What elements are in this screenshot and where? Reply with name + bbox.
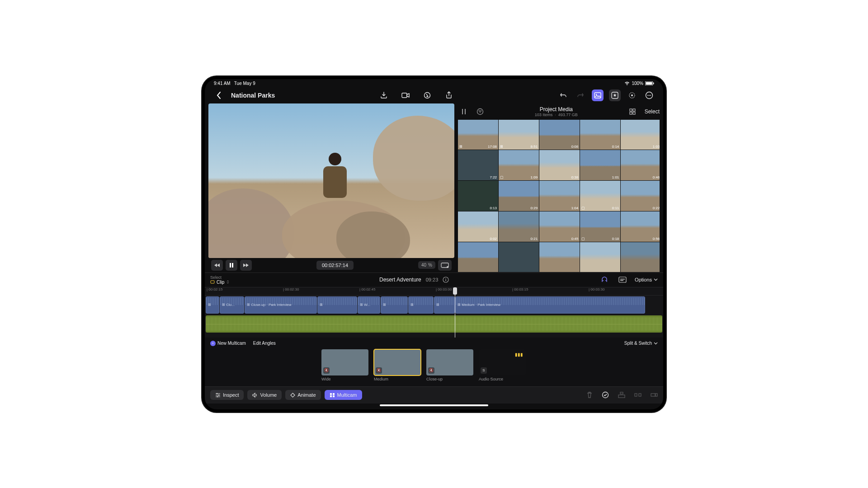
play-pause-button[interactable] [226,260,237,271]
timeline[interactable]: | 00:02:15| 00:02:30| 00:02:45| 00:03:00… [205,287,663,338]
sidebar-toggle-button[interactable] [458,106,470,117]
media-thumbnail[interactable]: 0:56 [621,211,660,242]
import-button[interactable] [378,89,390,101]
more-button[interactable] [643,89,655,101]
multicam-angle[interactable]: 🔇Close-up [426,349,473,381]
media-thumbnail[interactable]: 1:01 [580,150,620,180]
svg-rect-38 [333,395,335,397]
timeline-index-button[interactable] [617,274,628,286]
checkmark-circle-icon[interactable] [602,391,609,399]
media-thumbnail[interactable]: 0:45 [539,211,580,242]
select-button[interactable]: Select [645,108,660,115]
rewind-button[interactable] [211,260,223,271]
svg-rect-40 [618,395,625,398]
media-thumbnail[interactable] [499,242,539,272]
media-thumbnail[interactable]: 0:22 [621,181,660,211]
media-thumbnail[interactable]: ▢0:11 [580,181,620,211]
media-browser: Project Media 103 Items · 493.77 GB Sele… [455,103,663,272]
playhead[interactable] [455,287,455,338]
multicam-angles: 🔇Wide🔇Medium🔇Close-up▮▮▮SAudio Source [205,349,663,386]
media-thumbnail[interactable]: ▢0:18 [580,211,620,242]
top-nav: National Parks [205,87,663,103]
viewer-timecode[interactable]: 00:02:57:14 [316,261,354,270]
media-thumbnail[interactable]: 0:13 [458,181,498,211]
media-thumbnail[interactable]: 0:38 [539,150,580,180]
new-multicam-button[interactable]: +New Multicam [210,341,246,346]
timeline-clip[interactable]: ⊞ W... [358,296,380,314]
camera-button[interactable] [400,89,411,101]
chevron-down-icon [654,278,658,281]
thumbnail-grid: ⊞17:08⊞8:510:080:141:030:057:22▢1:090:38… [458,120,660,272]
back-button[interactable] [213,89,225,101]
timeline-clip[interactable]: ⊞ Close-up · Park Interview [245,296,317,314]
media-thumbnail[interactable]: 0:29 [499,181,539,211]
media-thumbnail[interactable]: ⊞17:08 [458,120,498,150]
timeline-options-button[interactable]: Options [635,277,658,282]
forward-button[interactable] [240,260,252,271]
multicam-angle[interactable]: ▮▮▮SAudio Source [479,349,526,381]
viewer-display-button[interactable] [438,260,452,271]
info-icon[interactable] [443,277,449,283]
timeline-clip[interactable]: ⊞ Medium · Park Interview [455,296,645,314]
multicam-angle[interactable]: 🔇Wide [321,349,368,381]
media-thumbnail[interactable] [621,242,660,272]
media-thumbnail[interactable]: 0:08 [539,120,580,150]
select-mode-button[interactable]: Clip [210,280,230,285]
sequence-duration: 09:23 [426,277,439,282]
timeline-clip[interactable]: ⊞ [434,296,455,314]
media-thumbnail[interactable] [539,242,580,272]
media-thumbnail[interactable]: 0:46 [621,150,660,180]
timeline-clip[interactable]: ⊞ [408,296,434,314]
multicam-button[interactable]: Multicam [325,390,362,400]
media-browser-button[interactable] [592,89,604,101]
settings-wheel-button[interactable] [626,89,638,101]
timeline-clip[interactable]: ⊞ [381,296,408,314]
media-thumbnail[interactable] [458,242,498,272]
svg-rect-25 [211,281,214,283]
media-thumbnail[interactable]: 1:04 [539,181,580,211]
multicam-panel: +New Multicam Edit Angles Split & Switch… [205,338,663,386]
timeline-clip[interactable]: ⊞ Clo... [220,296,244,314]
home-indicator[interactable] [205,404,663,407]
grid-view-button[interactable] [627,106,638,117]
timeline-ruler[interactable]: | 00:02:15| 00:02:30| 00:02:45| 00:03:00… [205,287,663,296]
split-switch-button[interactable]: Split & Switch [624,341,658,346]
filter-button[interactable] [474,106,486,117]
media-thumbnail[interactable]: 0:14 [580,120,620,150]
trash-icon[interactable] [586,391,593,399]
audio-track[interactable] [206,315,662,333]
content-browser-button[interactable] [609,89,621,101]
status-bar: 9:41 AM Tue May 9 100% [205,79,663,87]
media-thumbnail[interactable]: ⊞8:51 [499,120,539,150]
timeline-clip[interactable]: ⊞ [206,296,219,314]
media-thumbnail[interactable]: ▢1:09 [499,150,539,180]
video-track[interactable]: ⊞ ⊞ Clo...⊞ Close-up · Park Interview⊞ ⊞… [205,296,663,314]
animate-button[interactable]: Animate [285,390,321,400]
svg-rect-22 [633,109,635,111]
multicam-angle[interactable]: 🔇Medium [374,349,421,381]
viewer[interactable] [208,103,454,258]
volume-button[interactable]: Volume [247,390,282,400]
snapping-button[interactable] [599,274,610,286]
undo-button[interactable] [557,89,569,101]
share-button[interactable] [443,89,455,101]
inspect-button[interactable]: Inspect [210,390,244,400]
connect-above-icon[interactable] [618,392,625,398]
browser-title-block[interactable]: Project Media 103 Items · 493.77 GB [486,106,627,117]
media-thumbnail[interactable]: 0:21 [499,211,539,242]
battery-text: 100% [632,81,643,86]
edit-angles-button[interactable]: Edit Angles [253,341,276,346]
timeline-index-icon [618,277,627,283]
media-thumbnail[interactable]: 1:03 [621,120,660,150]
insert-icon[interactable] [634,392,642,398]
grid-icon [629,108,636,115]
media-thumbnail[interactable]: 7:22 [458,150,498,180]
viewer-zoom[interactable]: 40% [418,261,435,269]
voiceover-button[interactable] [421,89,433,101]
media-thumbnail[interactable]: 0:02 [458,211,498,242]
undo-icon [560,92,567,99]
append-icon[interactable] [651,392,658,398]
redo-button[interactable] [575,89,586,101]
media-thumbnail[interactable] [580,242,620,272]
timeline-clip[interactable]: ⊞ [317,296,357,314]
